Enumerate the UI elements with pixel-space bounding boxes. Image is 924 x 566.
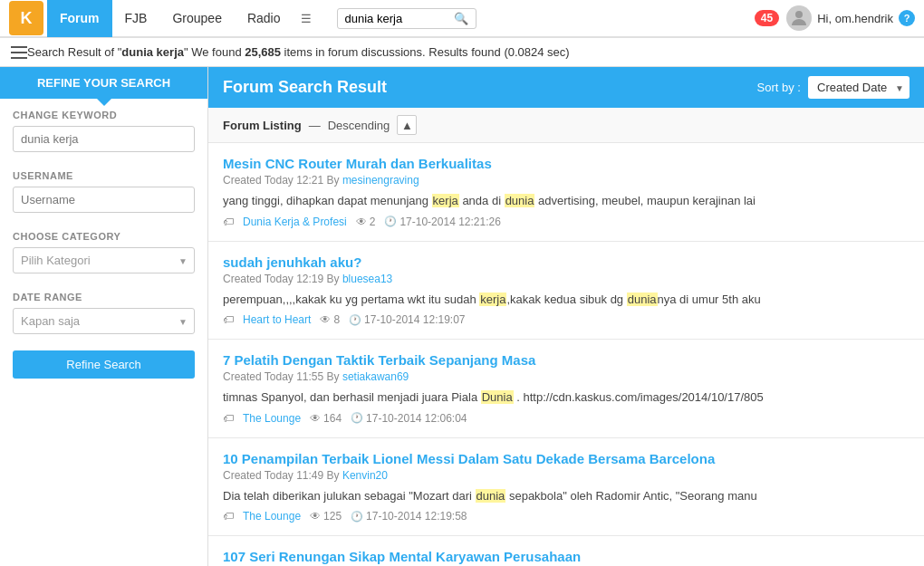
clock-icon: 🕐	[351, 412, 363, 424]
result-meta: Created Today 11:55 By setiakawan69	[223, 370, 910, 383]
clock-icon: 🕐	[384, 216, 397, 227]
tag-bullet-icon: 🏷	[223, 510, 234, 523]
nav-item-radio[interactable]: Radio	[235, 0, 294, 37]
result-views: 👁 164	[310, 412, 342, 425]
result-timestamp: 🕐 17-10-2014 12:21:26	[384, 216, 500, 228]
result-timestamp: 🕐 17-10-2014 12:19:58	[351, 510, 467, 523]
nav-item-groupee[interactable]: Groupee	[159, 0, 234, 37]
forum-header: Forum Search Result Sort by : Created Da…	[208, 67, 924, 108]
user-greeting: Hi, om.hendrik	[817, 12, 893, 25]
user-area: Hi, om.hendrik ?	[786, 5, 915, 31]
category-label: CHOOSE CATEGORY	[13, 231, 195, 242]
hamburger-menu[interactable]	[11, 46, 27, 59]
listing-bar: Forum Listing — Descending ▲	[208, 108, 924, 143]
refine-header: REFINE Your SEARCH	[0, 67, 207, 99]
sort-area: Sort by : Created Date Relevance Views ▼	[757, 76, 910, 99]
result-title[interactable]: 10 Penampilan Terbaik Lionel Messi Dalam…	[223, 451, 910, 466]
result-category[interactable]: Dunia Kerja & Profesi	[243, 216, 347, 228]
result-title[interactable]: sudah jenuhkah aku?	[223, 254, 910, 270]
username-section: USERNAME	[0, 159, 207, 220]
result-author[interactable]: mesinengraving	[342, 174, 419, 187]
main-layout: REFINE Your SEARCH CHANGE KEYWORD USERNA…	[0, 67, 924, 566]
nav-item-fjb[interactable]: FJB	[112, 0, 160, 37]
username-input[interactable]	[13, 187, 195, 213]
topnav: K ForumFJBGroupeeRadio ☰ 🔍 45 Hi, om.hen…	[0, 0, 924, 38]
result-snippet: perempuan,,,,kakak ku yg pertama wkt itu…	[223, 291, 910, 309]
result-meta: Created Today 11:49 By Kenvin20	[223, 469, 910, 482]
help-icon[interactable]: ?	[899, 10, 915, 26]
eye-icon: 👁	[356, 216, 367, 228]
listing-label: Forum Listing	[223, 119, 302, 132]
listing-separator: —	[309, 119, 321, 132]
result-title[interactable]: 7 Pelatih Dengan Taktik Terbaik Sepanjan…	[223, 352, 910, 368]
result-item: 10 Penampilan Terbaik Lionel Messi Dalam…	[208, 438, 924, 537]
daterange-select[interactable]: Kapan saja	[13, 308, 195, 334]
tag-bullet-icon: 🏷	[223, 412, 234, 425]
logo[interactable]: K	[9, 1, 43, 35]
result-count: 25,685	[245, 45, 281, 59]
refine-search-button[interactable]: Refine Search	[13, 350, 195, 379]
result-item: sudah jenuhkah aku?Created Today 12:19 B…	[208, 242, 924, 341]
result-author[interactable]: Kenvin20	[342, 469, 388, 482]
sort-label: Sort by :	[757, 81, 801, 94]
menu-icon[interactable]: ☰	[301, 12, 322, 25]
subbar: Search Result of "dunia kerja" We found …	[0, 38, 924, 67]
result-item: Mesin CNC Router Murah dan BerkualitasCr…	[208, 143, 924, 242]
notification-badge[interactable]: 45	[755, 10, 779, 26]
content-area: Forum Search Result Sort by : Created Da…	[208, 67, 924, 566]
result-author[interactable]: setiakawan69	[342, 370, 409, 383]
category-select[interactable]: Pilih Kategori	[13, 247, 195, 273]
nav-item-forum[interactable]: Forum	[47, 0, 112, 37]
tag-bullet-icon: 🏷	[223, 313, 234, 326]
category-select-wrap: Pilih Kategori ▼	[13, 247, 195, 273]
search-icon[interactable]: 🔍	[454, 12, 468, 25]
result-author[interactable]: bluesea13	[342, 273, 392, 285]
result-views: 👁 2	[356, 216, 376, 228]
keyword-highlight: Dunia	[481, 390, 514, 404]
result-tags: 🏷The Lounge👁 125🕐 17-10-2014 12:19:58	[223, 510, 910, 523]
search-keyword: dunia kerja	[121, 45, 184, 59]
result-category[interactable]: The Lounge	[243, 412, 301, 425]
avatar	[786, 5, 812, 31]
search-input[interactable]	[345, 12, 454, 25]
tag-bullet-icon: 🏷	[223, 216, 234, 228]
listing-order: Descending	[328, 119, 390, 132]
result-title[interactable]: Mesin CNC Router Murah dan Berkualitas	[223, 156, 910, 171]
category-section: CHOOSE CATEGORY Pilih Kategori ▼	[0, 220, 207, 281]
result-timestamp: 🕐 17-10-2014 12:19:07	[349, 313, 465, 326]
result-meta: Created Today 12:21 By mesinengraving	[223, 174, 910, 187]
eye-icon: 👁	[320, 313, 331, 326]
keyword-highlight: dunia	[627, 293, 658, 306]
result-list: Mesin CNC Router Murah dan BerkualitasCr…	[208, 143, 924, 566]
daterange-label: DATE RANGE	[13, 292, 195, 302]
clock-icon: 🕐	[351, 511, 363, 523]
result-item: 7 Pelatih Dengan Taktik Terbaik Sepanjan…	[208, 340, 924, 438]
result-snippet: yang tinggi, dihapkan dapat menunjang ke…	[223, 192, 910, 210]
expand-button[interactable]: ▲	[397, 115, 417, 135]
result-views: 👁 8	[320, 313, 340, 326]
result-category[interactable]: The Lounge	[243, 510, 301, 523]
result-item: 107 Seri Renungan Sikap Mental Karyawan …	[208, 536, 924, 566]
result-snippet: Dia telah diberikan julukan sebagai "Moz…	[223, 487, 910, 505]
forum-title: Forum Search Result	[223, 78, 387, 97]
result-title[interactable]: 107 Seri Renungan Sikap Mental Karyawan …	[223, 549, 910, 564]
result-snippet: timnas Spanyol, dan berhasil menjadi jua…	[223, 389, 910, 407]
result-category[interactable]: Heart to Heart	[243, 313, 311, 326]
eye-icon: 👁	[310, 412, 321, 425]
result-tags: 🏷Dunia Kerja & Profesi👁 2🕐 17-10-2014 12…	[223, 216, 910, 228]
daterange-section: DATE RANGE Kapan saja ▼	[0, 281, 207, 341]
sort-select[interactable]: Created Date Relevance Views	[808, 76, 910, 99]
result-meta: Created Today 12:19 By bluesea13	[223, 273, 910, 285]
sort-select-wrap: Created Date Relevance Views ▼	[808, 76, 910, 99]
result-views: 👁 125	[310, 510, 342, 523]
search-box: 🔍	[337, 8, 476, 29]
keyword-input[interactable]	[13, 126, 195, 152]
nav-items: ForumFJBGroupeeRadio	[47, 0, 294, 37]
keyword-label: CHANGE KEYWORD	[13, 110, 195, 120]
keyword-highlight: kerja	[479, 293, 506, 306]
keyword-highlight: dunia	[476, 489, 506, 503]
username-label: USERNAME	[13, 170, 195, 181]
keyword-highlight: dunia	[505, 194, 535, 207]
keyword-section: CHANGE KEYWORD	[0, 99, 207, 159]
result-timestamp: 🕐 17-10-2014 12:06:04	[351, 412, 467, 425]
